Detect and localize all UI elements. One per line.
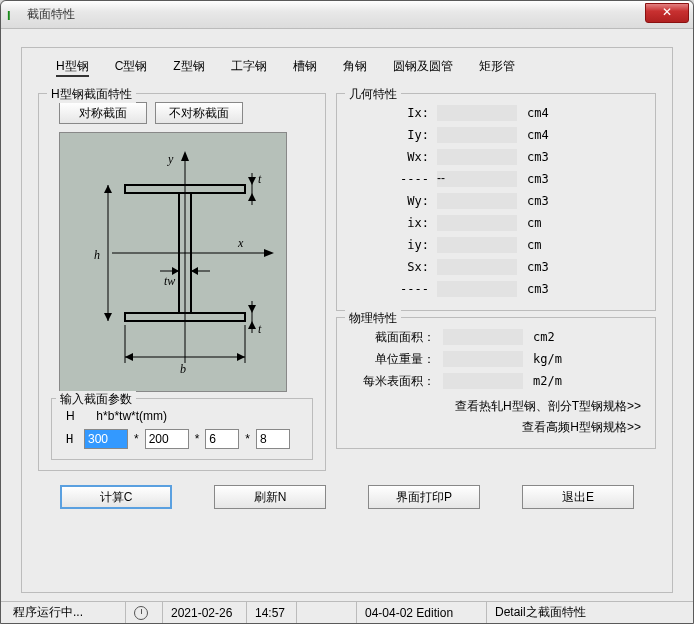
- status-detail: Detail之截面特性: [486, 602, 689, 623]
- link-hotrolled-spec[interactable]: 查看热轧H型钢、剖分T型钢规格>>: [347, 396, 641, 417]
- geom-value: [437, 215, 517, 231]
- geom-label: iy:: [347, 238, 437, 252]
- svg-marker-24: [248, 321, 256, 329]
- status-date: 2021-02-26: [162, 602, 246, 623]
- svg-marker-23: [248, 305, 256, 313]
- params-row-prefix: H: [66, 432, 80, 446]
- tab-angle[interactable]: 角钢: [343, 58, 367, 77]
- star-icon: *: [193, 432, 202, 446]
- exit-button[interactable]: 退出E: [522, 485, 634, 509]
- diagram-x-label: x: [237, 236, 244, 250]
- diagram-b-label: b: [180, 362, 186, 376]
- geom-value: [437, 149, 517, 165]
- h-section-group: H型钢截面特性 对称截面 不对称截面 y: [38, 93, 326, 471]
- tab-rect[interactable]: 矩形管: [479, 58, 515, 77]
- phys-label: 每米表面积：: [347, 373, 443, 390]
- geom-unit: cm3: [517, 194, 549, 208]
- geom-label: ix:: [347, 216, 437, 230]
- diagram-tw-label: tw: [164, 274, 175, 288]
- geom-unit: cm3: [517, 172, 549, 186]
- diagram-t-top-label: t: [258, 172, 262, 186]
- geom-value: [437, 193, 517, 209]
- geom-value: --: [437, 171, 517, 187]
- svg-marker-21: [248, 193, 256, 201]
- phys-value: [443, 373, 523, 389]
- svg-marker-18: [191, 267, 198, 275]
- tab-strip: H型钢 C型钢 Z型钢 工字钢 槽钢 角钢 圆钢及圆管 矩形管: [38, 56, 656, 87]
- geom-unit: cm3: [517, 282, 549, 296]
- geom-unit: cm4: [517, 106, 549, 120]
- svg-marker-12: [237, 353, 245, 361]
- close-icon: ✕: [662, 5, 672, 19]
- params-legend: 输入截面参数: [56, 391, 136, 408]
- diagram-h-label: h: [94, 248, 100, 262]
- geom-unit: cm3: [517, 260, 549, 274]
- geom-label: ----: [347, 172, 437, 186]
- physical-group: 物理特性 截面面积： cm2单位重量： kg/m每米表面积： m2/m 查看热轧…: [336, 317, 656, 449]
- status-running: 程序运行中...: [5, 602, 125, 623]
- tab-i-steel[interactable]: 工字钢: [231, 58, 267, 77]
- refresh-button[interactable]: 刷新N: [214, 485, 326, 509]
- geom-unit: cm3: [517, 150, 549, 164]
- geom-unit: cm4: [517, 128, 549, 142]
- param-t-input[interactable]: [256, 429, 290, 449]
- geom-value: [437, 105, 517, 121]
- star-icon: *: [243, 432, 252, 446]
- physical-legend: 物理特性: [345, 310, 401, 327]
- status-time: 14:57: [246, 602, 296, 623]
- svg-marker-11: [125, 353, 133, 361]
- param-tw-input[interactable]: [205, 429, 239, 449]
- geom-label: Ix:: [347, 106, 437, 120]
- phys-value: [443, 329, 523, 345]
- calc-button[interactable]: 计算C: [60, 485, 172, 509]
- geom-unit: cm: [517, 238, 541, 252]
- phys-unit: m2/m: [523, 374, 562, 388]
- titlebar: I 截面特性 ✕: [1, 1, 693, 29]
- phys-unit: kg/m: [523, 352, 562, 366]
- geom-label: Iy:: [347, 128, 437, 142]
- geom-label: Sx:: [347, 260, 437, 274]
- geom-label: Wy:: [347, 194, 437, 208]
- tab-channel[interactable]: 槽钢: [293, 58, 317, 77]
- phys-label: 单位重量：: [347, 351, 443, 368]
- tab-round[interactable]: 圆钢及圆管: [393, 58, 453, 77]
- tab-z-steel[interactable]: Z型钢: [173, 58, 204, 77]
- close-button[interactable]: ✕: [645, 3, 689, 23]
- diagram-y-label: y: [167, 152, 174, 166]
- star-icon: *: [132, 432, 141, 446]
- params-group: 输入截面参数 H h*b*tw*t(mm) H * *: [51, 398, 313, 460]
- geom-unit: cm: [517, 216, 541, 230]
- geom-label: Wx:: [347, 150, 437, 164]
- phys-label: 截面面积：: [347, 329, 443, 346]
- params-hint-prefix: H: [66, 409, 75, 423]
- param-b-input[interactable]: [145, 429, 189, 449]
- tab-c-steel[interactable]: C型钢: [115, 58, 148, 77]
- link-highfreq-spec[interactable]: 查看高频H型钢规格>>: [347, 417, 641, 438]
- diagram-t-bot-label: t: [258, 322, 262, 336]
- geom-value: [437, 281, 517, 297]
- status-spacer: [296, 602, 356, 623]
- svg-marker-8: [104, 185, 112, 193]
- h-section-legend: H型钢截面特性: [47, 86, 136, 103]
- param-h-input[interactable]: [84, 429, 128, 449]
- geom-value: [437, 127, 517, 143]
- window-title: 截面特性: [27, 6, 75, 23]
- asymmetric-button[interactable]: 不对称截面: [155, 102, 243, 124]
- print-button[interactable]: 界面打印P: [368, 485, 480, 509]
- svg-marker-3: [264, 249, 274, 257]
- status-edition: 04-04-02 Edition: [356, 602, 486, 623]
- phys-unit: cm2: [523, 330, 555, 344]
- phys-value: [443, 351, 523, 367]
- clock-icon: [134, 606, 148, 620]
- symmetric-button[interactable]: 对称截面: [59, 102, 147, 124]
- geometry-group: 几何特性 Ix: cm4Iy: cm4Wx: cm3---- -- cm3Wy:…: [336, 93, 656, 311]
- tab-h-steel[interactable]: H型钢: [56, 58, 89, 77]
- geom-value: [437, 259, 517, 275]
- geom-label: ----: [347, 282, 437, 296]
- geom-value: [437, 237, 517, 253]
- app-icon: I: [7, 8, 21, 22]
- svg-marker-20: [248, 177, 256, 185]
- statusbar: 程序运行中... 2021-02-26 14:57 04-04-02 Editi…: [1, 601, 693, 623]
- svg-marker-1: [181, 151, 189, 161]
- geometry-legend: 几何特性: [345, 86, 401, 103]
